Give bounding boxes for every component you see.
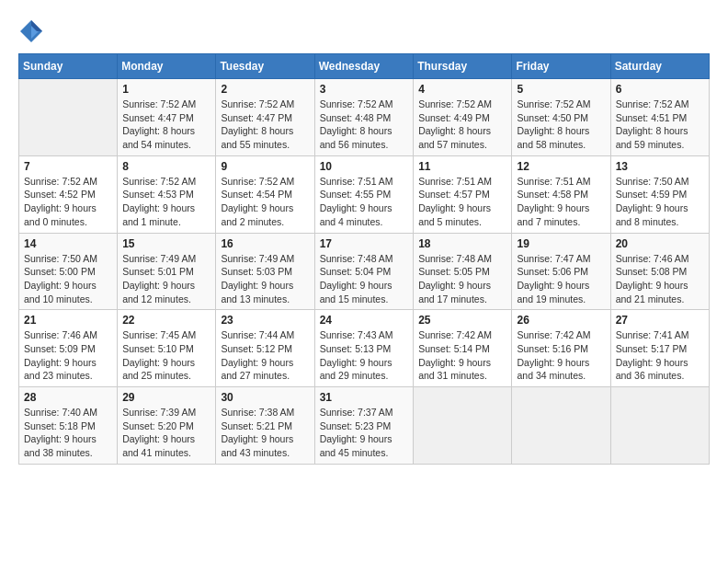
- calendar-cell: 26Sunrise: 7:42 AM Sunset: 5:16 PM Dayli…: [512, 310, 610, 387]
- day-number: 6: [616, 83, 704, 96]
- day-info: Sunrise: 7:47 AM Sunset: 5:06 PM Dayligh…: [517, 252, 605, 306]
- calendar-cell: 8Sunrise: 7:52 AM Sunset: 4:53 PM Daylig…: [118, 155, 216, 233]
- day-info: Sunrise: 7:42 AM Sunset: 5:14 PM Dayligh…: [418, 328, 506, 383]
- day-info: Sunrise: 7:52 AM Sunset: 4:54 PM Dayligh…: [221, 175, 309, 229]
- calendar-day-header: Saturday: [610, 54, 709, 79]
- calendar-cell: [414, 387, 512, 465]
- day-info: Sunrise: 7:44 AM Sunset: 5:12 PM Dayligh…: [221, 328, 309, 383]
- calendar-day-header: Wednesday: [314, 54, 414, 79]
- calendar-cell: 6Sunrise: 7:52 AM Sunset: 4:51 PM Daylig…: [610, 79, 709, 156]
- day-number: 20: [616, 237, 704, 250]
- calendar-cell: 20Sunrise: 7:46 AM Sunset: 5:08 PM Dayli…: [610, 233, 709, 310]
- calendar-cell: 15Sunrise: 7:49 AM Sunset: 5:01 PM Dayli…: [118, 233, 216, 310]
- calendar-cell: 24Sunrise: 7:43 AM Sunset: 5:13 PM Dayli…: [314, 310, 414, 387]
- calendar-day-header: Monday: [118, 54, 216, 79]
- day-number: 30: [221, 391, 309, 404]
- calendar-cell: 17Sunrise: 7:48 AM Sunset: 5:04 PM Dayli…: [314, 233, 414, 310]
- calendar-header-row: SundayMondayTuesdayWednesdayThursdayFrid…: [19, 54, 710, 79]
- day-number: 31: [320, 391, 409, 404]
- calendar-cell: [19, 79, 118, 156]
- day-info: Sunrise: 7:40 AM Sunset: 5:18 PM Dayligh…: [24, 406, 112, 460]
- day-number: 17: [320, 237, 409, 250]
- day-info: Sunrise: 7:50 AM Sunset: 5:00 PM Dayligh…: [24, 252, 112, 306]
- calendar-day-header: Friday: [512, 54, 610, 79]
- day-info: Sunrise: 7:43 AM Sunset: 5:13 PM Dayligh…: [320, 328, 409, 383]
- calendar-cell: 2Sunrise: 7:52 AM Sunset: 4:47 PM Daylig…: [216, 79, 314, 156]
- calendar-cell: [610, 387, 709, 465]
- day-info: Sunrise: 7:45 AM Sunset: 5:10 PM Dayligh…: [122, 328, 210, 383]
- calendar-week-row: 21Sunrise: 7:46 AM Sunset: 5:09 PM Dayli…: [19, 310, 710, 387]
- day-info: Sunrise: 7:48 AM Sunset: 5:04 PM Dayligh…: [320, 252, 409, 306]
- calendar-cell: 13Sunrise: 7:50 AM Sunset: 4:59 PM Dayli…: [610, 155, 709, 233]
- calendar-cell: 31Sunrise: 7:37 AM Sunset: 5:23 PM Dayli…: [314, 387, 414, 465]
- day-info: Sunrise: 7:37 AM Sunset: 5:23 PM Dayligh…: [320, 406, 409, 460]
- calendar-week-row: 1Sunrise: 7:52 AM Sunset: 4:47 PM Daylig…: [19, 79, 710, 156]
- day-number: 27: [616, 314, 704, 327]
- day-info: Sunrise: 7:42 AM Sunset: 5:16 PM Dayligh…: [517, 328, 605, 383]
- calendar-cell: 14Sunrise: 7:50 AM Sunset: 5:00 PM Dayli…: [19, 233, 118, 310]
- calendar-cell: 29Sunrise: 7:39 AM Sunset: 5:20 PM Dayli…: [118, 387, 216, 465]
- calendar-table: SundayMondayTuesdayWednesdayThursdayFrid…: [18, 53, 710, 465]
- calendar-week-row: 28Sunrise: 7:40 AM Sunset: 5:18 PM Dayli…: [19, 387, 710, 465]
- day-info: Sunrise: 7:52 AM Sunset: 4:48 PM Dayligh…: [320, 98, 409, 152]
- day-number: 1: [122, 83, 210, 96]
- day-number: 9: [221, 160, 309, 173]
- calendar-week-row: 7Sunrise: 7:52 AM Sunset: 4:52 PM Daylig…: [19, 155, 710, 233]
- day-number: 28: [24, 391, 112, 404]
- day-info: Sunrise: 7:41 AM Sunset: 5:17 PM Dayligh…: [616, 328, 704, 383]
- day-number: 5: [517, 83, 605, 96]
- calendar-cell: 22Sunrise: 7:45 AM Sunset: 5:10 PM Dayli…: [118, 310, 216, 387]
- day-number: 11: [418, 160, 506, 173]
- day-info: Sunrise: 7:38 AM Sunset: 5:21 PM Dayligh…: [221, 406, 309, 460]
- calendar-cell: [512, 387, 610, 465]
- day-number: 10: [320, 160, 409, 173]
- day-info: Sunrise: 7:50 AM Sunset: 4:59 PM Dayligh…: [616, 175, 704, 229]
- day-number: 7: [24, 160, 112, 173]
- calendar-cell: 12Sunrise: 7:51 AM Sunset: 4:58 PM Dayli…: [512, 155, 610, 233]
- day-info: Sunrise: 7:51 AM Sunset: 4:55 PM Dayligh…: [320, 175, 409, 229]
- day-number: 25: [418, 314, 506, 327]
- day-info: Sunrise: 7:52 AM Sunset: 4:49 PM Dayligh…: [418, 98, 506, 152]
- day-number: 21: [24, 314, 112, 327]
- calendar-week-row: 14Sunrise: 7:50 AM Sunset: 5:00 PM Dayli…: [19, 233, 710, 310]
- day-info: Sunrise: 7:51 AM Sunset: 4:58 PM Dayligh…: [517, 175, 605, 229]
- day-info: Sunrise: 7:51 AM Sunset: 4:57 PM Dayligh…: [418, 175, 506, 229]
- calendar-day-header: Tuesday: [216, 54, 314, 79]
- day-info: Sunrise: 7:39 AM Sunset: 5:20 PM Dayligh…: [122, 406, 210, 460]
- day-info: Sunrise: 7:49 AM Sunset: 5:03 PM Dayligh…: [221, 252, 309, 306]
- calendar-cell: 7Sunrise: 7:52 AM Sunset: 4:52 PM Daylig…: [19, 155, 118, 233]
- calendar-day-header: Sunday: [19, 54, 118, 79]
- calendar-cell: 16Sunrise: 7:49 AM Sunset: 5:03 PM Dayli…: [216, 233, 314, 310]
- calendar-cell: 21Sunrise: 7:46 AM Sunset: 5:09 PM Dayli…: [19, 310, 118, 387]
- calendar-cell: 30Sunrise: 7:38 AM Sunset: 5:21 PM Dayli…: [216, 387, 314, 465]
- day-number: 15: [122, 237, 210, 250]
- page-header: [18, 18, 710, 44]
- calendar-cell: 19Sunrise: 7:47 AM Sunset: 5:06 PM Dayli…: [512, 233, 610, 310]
- calendar-cell: 3Sunrise: 7:52 AM Sunset: 4:48 PM Daylig…: [314, 79, 414, 156]
- calendar-cell: 27Sunrise: 7:41 AM Sunset: 5:17 PM Dayli…: [610, 310, 709, 387]
- day-number: 26: [517, 314, 605, 327]
- calendar-cell: 11Sunrise: 7:51 AM Sunset: 4:57 PM Dayli…: [414, 155, 512, 233]
- calendar-cell: 5Sunrise: 7:52 AM Sunset: 4:50 PM Daylig…: [512, 79, 610, 156]
- logo-icon: [18, 18, 44, 44]
- day-info: Sunrise: 7:52 AM Sunset: 4:50 PM Dayligh…: [517, 98, 605, 152]
- day-info: Sunrise: 7:52 AM Sunset: 4:47 PM Dayligh…: [221, 98, 309, 152]
- logo: [18, 18, 48, 44]
- day-info: Sunrise: 7:52 AM Sunset: 4:52 PM Dayligh…: [24, 175, 112, 229]
- day-info: Sunrise: 7:49 AM Sunset: 5:01 PM Dayligh…: [122, 252, 210, 306]
- day-number: 18: [418, 237, 506, 250]
- calendar-cell: 9Sunrise: 7:52 AM Sunset: 4:54 PM Daylig…: [216, 155, 314, 233]
- day-info: Sunrise: 7:52 AM Sunset: 4:53 PM Dayligh…: [122, 175, 210, 229]
- day-number: 13: [616, 160, 704, 173]
- day-info: Sunrise: 7:46 AM Sunset: 5:09 PM Dayligh…: [24, 328, 112, 383]
- day-info: Sunrise: 7:52 AM Sunset: 4:51 PM Dayligh…: [616, 98, 704, 152]
- day-info: Sunrise: 7:52 AM Sunset: 4:47 PM Dayligh…: [122, 98, 210, 152]
- calendar-cell: 1Sunrise: 7:52 AM Sunset: 4:47 PM Daylig…: [118, 79, 216, 156]
- day-number: 29: [122, 391, 210, 404]
- day-number: 3: [320, 83, 409, 96]
- day-number: 4: [418, 83, 506, 96]
- day-number: 8: [122, 160, 210, 173]
- day-number: 22: [122, 314, 210, 327]
- day-number: 14: [24, 237, 112, 250]
- calendar-cell: 28Sunrise: 7:40 AM Sunset: 5:18 PM Dayli…: [19, 387, 118, 465]
